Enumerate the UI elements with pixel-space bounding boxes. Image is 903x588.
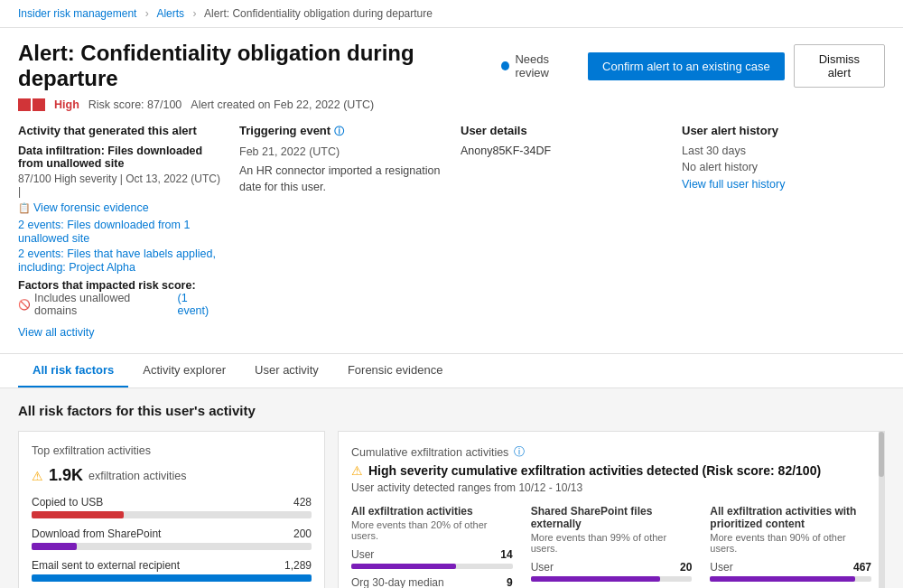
forensic-icon: 📋 <box>18 202 31 214</box>
metric3-user-bar-fill <box>710 576 855 582</box>
bar-sharepoint: Download from SharePoint 200 <box>32 527 312 550</box>
bar-usb-fill <box>32 511 124 518</box>
cumul-info-icon[interactable]: ⓘ <box>514 444 525 460</box>
trigger-info-icon[interactable]: ⓘ <box>334 126 344 136</box>
metric3-user-row: User 467 <box>710 561 871 574</box>
breadcrumb: Insider risk management › Alerts › Alert… <box>0 0 903 28</box>
metric2-user-label: User <box>531 561 554 574</box>
exfil-count: 1.9K <box>49 466 83 485</box>
history-title: User alert history <box>682 124 885 137</box>
lower-title: All risk factors for this user's activit… <box>18 403 885 418</box>
metric-col-2: Shared SharePoint files externally More … <box>531 505 693 588</box>
view-all-activity-link[interactable]: View all activity <box>18 326 221 339</box>
alert-sections: Activity that generated this alert Data … <box>18 124 885 339</box>
event2: 2 events: Files that have labels applied… <box>18 247 221 274</box>
dismiss-button[interactable]: Dismiss alert <box>794 44 885 88</box>
bar-email-value: 1,289 <box>284 559 312 572</box>
confirm-button[interactable]: Confirm alert to an existing case <box>588 52 785 80</box>
forensic-evidence-link[interactable]: 📋 View forensic evidence <box>18 201 149 214</box>
metric2-user-bar <box>531 576 693 582</box>
bar-sharepoint-track <box>32 543 312 550</box>
page-title: Alert: Confidentiality obligation during… <box>18 41 501 91</box>
metric-col-3: All exfiltration activities with priorit… <box>710 505 871 588</box>
metric2-sub: More events than 99% of other users. <box>531 532 693 554</box>
main-header: Alert: Confidentiality obligation during… <box>0 28 903 354</box>
panels-row: Top exfiltration activities ⚠ 1.9K exfil… <box>18 431 885 588</box>
bar-email: Email sent to external recipient 1,289 <box>32 559 312 582</box>
metric3-user-label: User <box>710 561 732 574</box>
triggering-section: Triggering event ⓘ Feb 21, 2022 (UTC) An… <box>239 124 442 339</box>
scrollbar-track[interactable] <box>879 432 884 588</box>
tab-activity-explorer[interactable]: Activity explorer <box>128 354 240 387</box>
breadcrumb-sep-2: › <box>192 7 196 20</box>
lower-area: All risk factors for this user's activit… <box>0 388 903 588</box>
tab-user-activity[interactable]: User activity <box>240 354 333 387</box>
severity-warning-icon: ⚠ <box>351 463 363 478</box>
domain-line: 🚫 Includes unallowed domains (1 event) <box>18 292 221 317</box>
metric1-user-row: User 14 <box>351 548 513 561</box>
metric1-org-row: Org 30-day median 9 <box>351 576 513 588</box>
tab-all-risk-factors[interactable]: All risk factors <box>18 354 128 387</box>
risk-sq-1 <box>18 98 31 111</box>
bar-sharepoint-value: 200 <box>293 527 312 540</box>
breadcrumb-item-1[interactable]: Insider risk management <box>18 7 136 20</box>
metric1-sub: More events than 20% of other users. <box>351 519 513 541</box>
cumul-title: Cumulative exfiltration activities <box>351 446 508 459</box>
event1: 2 events: Files downloaded from 1 unallo… <box>18 218 221 245</box>
risk-score: Risk score: 87/100 <box>88 98 182 111</box>
factors-title: Factors that impacted risk score: <box>18 279 221 292</box>
alert-info: Activity that generated this alert Data … <box>18 124 885 339</box>
alert-date: Alert created on Feb 22, 2022 (UTC) <box>191 98 374 111</box>
history-period: Last 30 days <box>682 145 885 157</box>
metric1-org-value: 9 <box>507 576 513 588</box>
bar-usb-value: 428 <box>293 496 312 509</box>
trigger-description: An HR connector imported a resignation d… <box>239 163 442 195</box>
metric1-org-label: Org 30-day median <box>351 576 444 588</box>
metric3-sub: More events than 90% of other users. <box>710 532 871 554</box>
tab-forensic-evidence[interactable]: Forensic evidence <box>333 354 458 387</box>
cumul-header: Cumulative exfiltration activities ⓘ <box>351 444 871 460</box>
left-panel: Top exfiltration activities ⚠ 1.9K exfil… <box>18 431 325 588</box>
metric3-title: All exfiltration activities with priorit… <box>710 505 871 530</box>
date-range: User activity detected ranges from 10/12… <box>351 481 871 494</box>
severity-text: High severity cumulative exfiltration ac… <box>368 463 821 478</box>
header-actions: Needs review Confirm alert to an existin… <box>501 44 885 88</box>
status-badge: Needs review <box>501 52 579 79</box>
activity-sub1: 87/100 High severity | Oct 13, 2022 (UTC… <box>18 173 221 198</box>
event1-link[interactable]: 2 events: Files downloaded from 1 unallo… <box>18 219 190 245</box>
domain-event-link[interactable]: (1 event) <box>177 292 221 317</box>
metric2-user-row: User 20 <box>531 561 693 574</box>
activity-section-title: Activity that generated this alert <box>18 124 221 137</box>
triggering-title: Triggering event ⓘ <box>239 124 442 138</box>
history-section: User alert history Last 30 days No alert… <box>682 124 885 339</box>
activity-section: Activity that generated this alert Data … <box>18 124 221 339</box>
user-section: User details Anony85KF-34DF <box>461 124 664 339</box>
risk-sq-2 <box>33 98 45 111</box>
event2-link[interactable]: 2 events: Files that have labels applied… <box>18 247 216 274</box>
bar-sharepoint-label: Download from SharePoint <box>32 527 161 540</box>
breadcrumb-item-3: Alert: Confidentiality obligation during… <box>204 7 433 20</box>
metric2-user-bar-fill <box>531 576 660 582</box>
exfil-sub: exfiltration activities <box>88 470 186 482</box>
right-panel: Cumulative exfiltration activities ⓘ ⚠ H… <box>338 431 885 588</box>
high-severity-row: ⚠ High severity cumulative exfiltration … <box>351 463 871 478</box>
metric-col-1: All exfiltration activities More events … <box>351 505 513 588</box>
warning-icon: ⚠ <box>32 469 43 483</box>
metric1-user-value: 14 <box>500 548 512 561</box>
bar-usb-label: Copied to USB <box>32 496 103 509</box>
activity-sub-row: 87/100 High severity | Oct 13, 2022 (UTC… <box>18 173 221 214</box>
bar-usb-track <box>32 511 312 518</box>
scrollbar-thumb[interactable] <box>879 432 884 477</box>
bar-email-track <box>32 574 312 582</box>
risk-meta: High Risk score: 87/100 Alert created on… <box>18 98 885 111</box>
view-history-link[interactable]: View full user history <box>682 178 785 191</box>
trigger-date: Feb 21, 2022 (UTC) <box>239 145 442 158</box>
metrics-row: All exfiltration activities More events … <box>351 505 871 588</box>
breadcrumb-item-2[interactable]: Alerts <box>156 7 184 20</box>
left-panel-title: Top exfiltration activities <box>32 444 312 457</box>
bar-sharepoint-fill <box>32 543 77 550</box>
status-label: Needs review <box>515 52 579 79</box>
user-section-title: User details <box>461 124 664 137</box>
metric1-user-bar <box>351 564 513 569</box>
user-id: Anony85KF-34DF <box>461 145 664 157</box>
